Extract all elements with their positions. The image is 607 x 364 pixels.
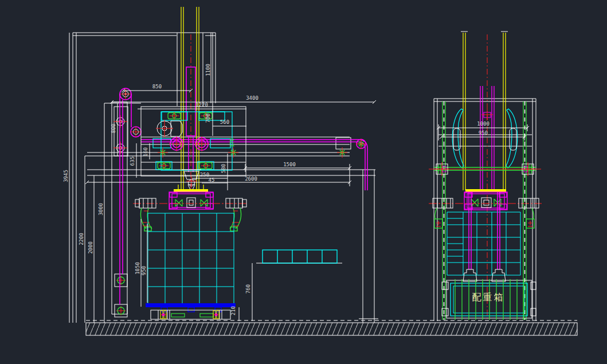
- trolley: [141, 107, 347, 190]
- front-view: 850 1100 3400 1220 700 560 800 3945 3000…: [63, 7, 378, 323]
- dim-2000: 2000: [88, 241, 93, 254]
- dim-950-left: 950: [141, 266, 147, 275]
- front-dimensions: 850 1100 3400 1220 700 560 800 3945 3000…: [63, 33, 376, 323]
- dim-3400: 3400: [246, 95, 259, 101]
- side-guide-rails: [442, 33, 526, 320]
- side-rack-grid: [447, 212, 520, 275]
- dim-1220: 1220: [195, 102, 208, 108]
- rack-grid: [148, 213, 234, 304]
- hanger-arms: [140, 208, 241, 231]
- dim-635: 635: [130, 156, 135, 166]
- dim-1100: 1100: [205, 64, 211, 76]
- dim-1500: 1500: [283, 162, 296, 167]
- dim-2600: 2600: [245, 176, 257, 182]
- motor: [156, 120, 182, 137]
- dim-2200: 2200: [79, 233, 84, 245]
- cad-drawing-canvas[interactable]: 850 1100 3400 1220 700 560 800 3945 3000…: [0, 0, 607, 364]
- side-frame: [434, 32, 536, 321]
- dim-560: 560: [220, 119, 229, 125]
- lifting-belt: [120, 88, 367, 304]
- dim-760: 760: [245, 284, 251, 293]
- dim-3945: 3945: [63, 170, 69, 182]
- dim-850: 850: [152, 84, 162, 89]
- dim-950-right: 950: [479, 130, 488, 136]
- side-view: 配重箱 1000 950: [429, 32, 542, 321]
- counterweight-box: 配重箱: [442, 279, 536, 320]
- counterweight-box-label: 配重箱: [472, 292, 505, 303]
- carriage: [133, 189, 248, 231]
- dim-210: 210: [230, 306, 236, 315]
- front-frame: [73, 33, 378, 323]
- pallet: [146, 303, 236, 319]
- dim-1050: 1050: [135, 262, 140, 275]
- shelf: [252, 250, 342, 321]
- dim-3000: 3000: [98, 203, 104, 216]
- left-mast-centermarks: [113, 115, 127, 315]
- dim-580: 580: [221, 164, 226, 173]
- dim-700: 700: [205, 113, 211, 123]
- dim-800: 800: [111, 124, 116, 133]
- dim-1000: 1000: [477, 121, 489, 127]
- dim-170: 170: [229, 138, 235, 147]
- cad-drawing: 850 1100 3400 1220 700 560 800 3945 3000…: [0, 0, 607, 364]
- dim-45: 45: [209, 177, 215, 183]
- dim-160: 160: [143, 147, 148, 156]
- ground-hatch: [86, 320, 577, 335]
